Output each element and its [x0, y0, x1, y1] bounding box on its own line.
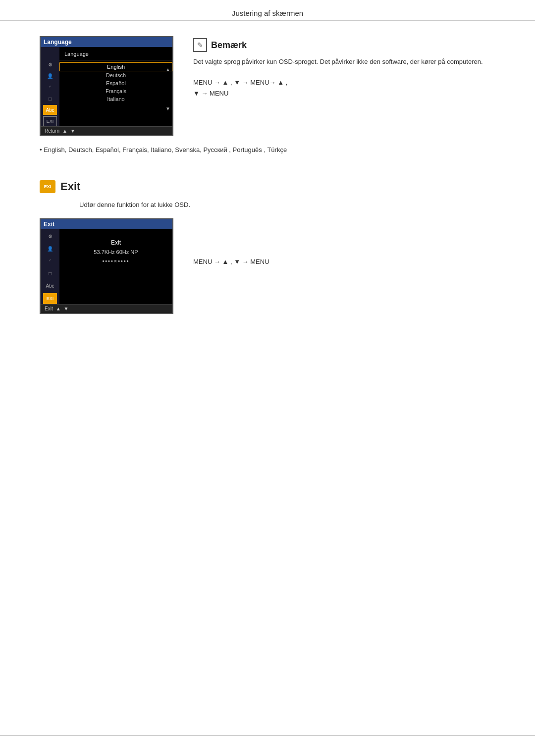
exit-description: Udfør denne funktion for at lukke OSD. — [79, 201, 495, 208]
osd-sidebar: ⚙ 👤 ⎖ □ Abc EXI — [41, 58, 59, 126]
language-section: Language ⚙ 👤 ⎖ □ Abc EXI Language Englis… — [0, 36, 535, 136]
exit-osd-sidebar: ⚙ 👤 ⎖ □ Abc EXI — [41, 229, 59, 304]
exit-osd-inner: ⚙ 👤 ⎖ □ Abc EXI Exit 53.7KHz 60Hz NP •••… — [41, 229, 172, 304]
exit-body: Exit ⚙ 👤 ⎖ □ Abc EXI Exit 53.7KHz 60Hz N… — [40, 218, 495, 314]
language-note-box: ✎ Bemærk Det valgte sprog påvirker kun O… — [193, 36, 495, 136]
language-list-item: English, Deutsch, Español, Français, Ita… — [40, 145, 495, 155]
exit-down-arrow[interactable]: ▼ — [64, 306, 69, 311]
note-header: ✎ Bemærk — [193, 38, 495, 52]
exit-osd-bottom-bar: Exit ▲ ▼ — [41, 304, 172, 313]
lang-espanol[interactable]: Español — [59, 79, 172, 87]
exit-up-arrow[interactable]: ▲ — [56, 306, 61, 311]
language-osd: Language ⚙ 👤 ⎖ □ Abc EXI Language Englis… — [40, 36, 173, 136]
exit-command-note: MENU → ▲ , ▼ → MENU — [193, 218, 269, 314]
exit-exit-icon: EXI — [43, 293, 57, 304]
exit-gear-icon: ⚙ — [43, 231, 57, 242]
exit-heading: EXI Exit — [40, 180, 495, 193]
return-label[interactable]: Return — [45, 128, 59, 134]
lang-english[interactable]: English — [59, 62, 172, 71]
osd-title-bar: Language — [41, 37, 172, 47]
person-icon: 👤 — [43, 71, 57, 81]
exit-monitor-icon: ⎖ — [43, 256, 57, 267]
note-text: Det valgte sprog påvirker kun OSD-sproge… — [193, 57, 495, 67]
exit-section-icon: EXI — [40, 180, 55, 193]
note-icon: ✎ — [193, 38, 207, 52]
note-title: Bemærk — [211, 40, 247, 50]
exit-osd-content: Exit 53.7KHz 60Hz NP ••••×•••• — [59, 229, 172, 304]
lang-deutsch[interactable]: Deutsch — [59, 71, 172, 79]
exit-osd: Exit ⚙ 👤 ⎖ □ Abc EXI Exit 53.7KHz 60Hz N… — [40, 218, 173, 314]
exit-bottom-label[interactable]: Exit — [45, 306, 53, 311]
down-arrow[interactable]: ▼ — [70, 128, 75, 134]
exit-icon: EXI — [43, 116, 57, 126]
exit-frequency: 53.7KHz 60Hz NP — [94, 249, 138, 255]
page-title: Justering af skærmen — [0, 0, 535, 26]
osd-sub-title: Language — [59, 49, 172, 60]
exit-section-title: Exit — [60, 180, 80, 193]
exit-person-icon: 👤 — [43, 244, 57, 254]
scroll-up-icon[interactable]: ▲ — [165, 67, 170, 72]
language-bullet-list: English, Deutsch, Español, Français, Ita… — [0, 145, 535, 155]
exit-center-label: Exit — [111, 239, 121, 246]
square-icon: □ — [43, 94, 57, 103]
exit-osd-title: Exit — [41, 219, 172, 229]
abc-icon: Abc — [43, 105, 57, 115]
note-command: MENU → ▲ , ▼ → MENU→ ▲ ,▼ → MENU — [193, 77, 495, 99]
osd-bottom-bar: Return ▲ ▼ — [41, 126, 172, 135]
lang-francais[interactable]: Français — [59, 87, 172, 95]
scroll-down-icon[interactable]: ▼ — [165, 106, 170, 111]
exit-dots: ••••×•••• — [102, 258, 129, 264]
exit-square-icon: □ — [43, 268, 57, 279]
up-arrow[interactable]: ▲ — [62, 128, 67, 134]
osd-content: Language English Deutsch Español Françai… — [59, 47, 172, 126]
lang-italiano[interactable]: Italiano — [59, 95, 172, 103]
gear-icon: ⚙ — [43, 60, 57, 70]
exit-abc-icon: Abc — [43, 281, 57, 292]
exit-section: EXI Exit Udfør denne funktion for at luk… — [0, 180, 535, 314]
monitor-icon: ⎖ — [43, 83, 57, 93]
